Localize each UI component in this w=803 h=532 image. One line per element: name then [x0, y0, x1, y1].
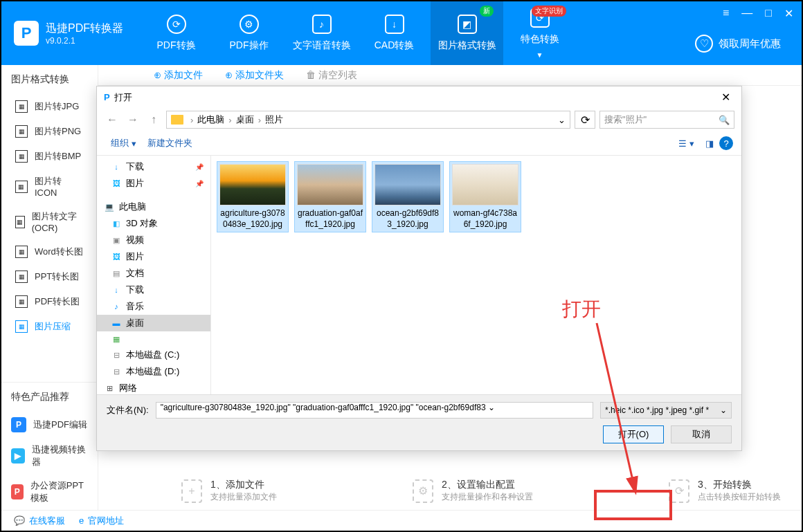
tree-item[interactable]: 💻此电脑: [97, 199, 210, 215]
file-name-label: ocean-g2bf69df83_1920.jpg: [375, 208, 441, 230]
folder-tree: ↓下载📌🖼图片📌💻此电脑◧3D 对象▣视频🖼图片▤文档↓下载♪音乐▬桌面▦⊟本地…: [97, 156, 211, 394]
menu-icon[interactable]: ≡: [723, 7, 729, 20]
tree-item[interactable]: ▣视频: [97, 232, 210, 248]
promo-item[interactable]: P办公资源PPT模板: [1, 474, 98, 510]
tree-item[interactable]: ▦: [97, 331, 210, 347]
sidebar-item[interactable]: ▦图片转文字(OCR): [1, 204, 98, 239]
search-input[interactable]: 搜索"照片"🔍: [599, 111, 734, 129]
minimize-icon[interactable]: —: [741, 7, 752, 20]
nav-special-convert[interactable]: 文字识别⟳特色转换▼: [503, 1, 576, 65]
file-name-label: agriculture-g30780483e_1920.jpg: [219, 208, 286, 230]
footer: 💬在线客服 e官网地址: [1, 510, 802, 531]
organize-button[interactable]: 组织 ▾: [105, 136, 142, 151]
file-item[interactable]: agriculture-g30780483e_1920.jpg: [217, 161, 289, 232]
sidebar-title: 图片格式转换: [1, 65, 98, 94]
user-icon: ♡: [695, 35, 713, 53]
tree-item[interactable]: ▬桌面: [97, 315, 210, 331]
image-icon: ◩: [458, 15, 477, 34]
format-icon: ▦: [15, 125, 28, 138]
steps: +1、添加文件支持批量添加文件 ⚙2、设置输出配置支持批量操作和各种设置 ⟳3、…: [181, 479, 781, 503]
tree-item[interactable]: ◧3D 对象: [97, 215, 210, 232]
nav-pdf-operate[interactable]: ⚙PDF操作: [213, 1, 285, 65]
chevron-down-icon[interactable]: ⌄: [558, 115, 566, 125]
back-button[interactable]: ←: [104, 111, 120, 128]
promo-item[interactable]: P迅捷PDF编辑: [1, 412, 98, 438]
nav-cad-convert[interactable]: ↓CAD转换: [358, 1, 431, 65]
operate-icon: ⚙: [240, 15, 259, 34]
nav-pdf-convert[interactable]: ⟳PDF转换: [140, 1, 213, 65]
new-folder-button[interactable]: 新建文件夹: [142, 136, 198, 151]
file-thumbnail: [452, 164, 518, 205]
sidebar-item[interactable]: ▦Word转长图: [1, 239, 98, 264]
filter-select[interactable]: *.heic *.ico *.jpg *.jpeg *.gif *⌄: [600, 402, 732, 419]
promo-link[interactable]: ♡ 领取周年优惠: [695, 35, 781, 53]
tree-item[interactable]: 🖼图片: [97, 248, 210, 265]
filename-label: 文件名(N):: [107, 404, 149, 416]
refresh-button[interactable]: ⟳: [575, 111, 595, 129]
cancel-button[interactable]: 取消: [671, 425, 732, 443]
voice-icon: ♪: [312, 15, 332, 34]
tree-item[interactable]: ▤文档: [97, 265, 210, 282]
nav-text-voice[interactable]: ♪文字语音转换: [285, 1, 358, 65]
promo-app-icon: P: [11, 484, 24, 499]
tree-item[interactable]: 🖼图片📌: [97, 175, 210, 192]
sub-toolbar: ⊕ 添加文件 ⊕ 添加文件夹 🗑 清空列表: [1, 65, 802, 86]
search-icon: 🔍: [719, 115, 730, 125]
nav-image-convert[interactable]: 新◩图片格式转换: [431, 1, 503, 65]
sidebar-item[interactable]: ▦图片转PNG: [1, 119, 98, 144]
file-item[interactable]: ocean-g2bf69df83_1920.jpg: [372, 161, 444, 232]
tree-node-icon: ⊟: [111, 349, 122, 360]
tree-node-icon: ◧: [111, 218, 122, 229]
filename-input[interactable]: "agriculture-g30780483e_1920.jpg" "gradu…: [156, 402, 593, 419]
dialog-title: 打开: [114, 91, 132, 104]
tree-node-icon: ▬: [111, 318, 122, 329]
help-icon[interactable]: ?: [719, 136, 733, 150]
headset-icon: 💬: [14, 515, 25, 526]
tree-item[interactable]: ↓下载📌: [97, 158, 210, 175]
tree-node-icon: 🖼: [111, 251, 122, 262]
sidebar-item[interactable]: ▦图片转BMP: [1, 144, 98, 169]
tree-item[interactable]: ↓下载: [97, 282, 210, 298]
up-button[interactable]: ↑: [145, 111, 162, 128]
sidebar-item[interactable]: ▦图片转JPG: [1, 94, 98, 119]
sidebar-item[interactable]: ▦PDF转长图: [1, 289, 98, 314]
official-site-link[interactable]: e官网地址: [79, 515, 124, 527]
step-1: +1、添加文件支持批量添加文件: [181, 479, 277, 503]
forward-button[interactable]: →: [125, 111, 141, 128]
breadcrumb[interactable]: › 此电脑› 桌面› 照片 ⌄: [166, 111, 570, 129]
dialog-close-button[interactable]: ✕: [717, 91, 734, 104]
promo-app-icon: P: [11, 417, 26, 432]
close-icon[interactable]: ✕: [784, 7, 793, 20]
convert-icon: ⟳: [167, 15, 186, 34]
clear-list-button[interactable]: 🗑 清空列表: [306, 69, 357, 82]
pin-icon: 📌: [195, 180, 204, 187]
tree-node-icon: 💻: [104, 201, 115, 212]
file-item[interactable]: woman-gf4c738a6f_1920.jpg: [449, 161, 521, 232]
add-folder-button[interactable]: ⊕ 添加文件夹: [225, 69, 284, 82]
tree-node-icon: ⊞: [104, 383, 115, 394]
sidebar-item[interactable]: ▦图片转ICON: [1, 169, 98, 204]
tree-item[interactable]: ♪音乐: [97, 298, 210, 315]
format-icon: ▦: [15, 150, 28, 163]
tree-node-icon: ⊟: [111, 366, 122, 377]
file-item[interactable]: graduation-gaf0afffc1_1920.jpg: [294, 161, 366, 232]
online-service-link[interactable]: 💬在线客服: [14, 515, 65, 527]
file-list: agriculture-g30780483e_1920.jpggraduatio…: [211, 156, 741, 394]
promo-item[interactable]: ▶迅捷视频转换器: [1, 438, 98, 474]
step-3: ⟳3、开始转换点击转换按钮开始转换: [669, 479, 781, 503]
view-button[interactable]: ☰ ▾: [673, 137, 700, 150]
sidebar-item[interactable]: ▦图片压缩: [1, 314, 98, 339]
tree-item[interactable]: ⊞网络: [97, 380, 210, 394]
folder-icon: [171, 115, 183, 125]
open-button[interactable]: 打开(O): [603, 425, 664, 443]
dialog-toolbar: 组织 ▾ 新建文件夹 ☰ ▾ ◨ ?: [97, 131, 741, 156]
add-file-button[interactable]: ⊕ 添加文件: [154, 69, 203, 82]
convert-step-icon: ⟳: [669, 479, 689, 503]
logo-area: P 迅捷PDF转换器 v9.0.2.1: [1, 21, 140, 46]
tree-item[interactable]: ⊟本地磁盘 (D:): [97, 363, 210, 380]
dialog-titlebar: P 打开 ✕: [97, 86, 741, 108]
maximize-icon[interactable]: □: [765, 7, 772, 20]
sidebar-item[interactable]: ▦PPT转长图: [1, 264, 98, 289]
preview-button[interactable]: ◨: [700, 137, 719, 150]
tree-item[interactable]: ⊟本地磁盘 (C:): [97, 347, 210, 363]
